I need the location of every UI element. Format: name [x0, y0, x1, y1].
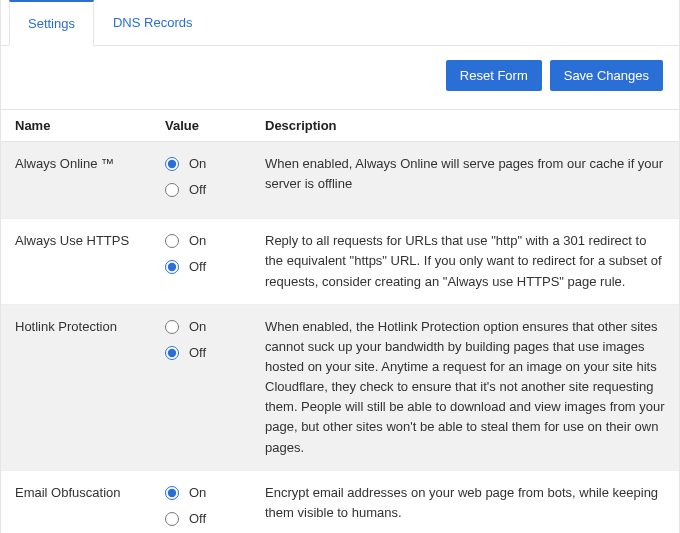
always-online-off-option[interactable]: Off: [165, 180, 237, 200]
setting-name: Always Use HTTPS: [1, 219, 151, 304]
settings-table: Name Value Description Always Online ™On…: [1, 109, 679, 533]
table-row: Hotlink ProtectionOnOffWhen enabled, the…: [1, 304, 679, 470]
setting-name: Email Obfuscation: [1, 470, 151, 533]
hotlink-protection-off-radio[interactable]: [165, 346, 179, 360]
setting-name: Hotlink Protection: [1, 304, 151, 470]
column-header-name: Name: [1, 110, 151, 142]
tab-settings[interactable]: Settings: [9, 0, 94, 46]
email-obfuscation-on-radio[interactable]: [165, 486, 179, 500]
setting-name: Always Online ™: [1, 142, 151, 219]
radio-label: On: [189, 317, 206, 337]
reset-form-button[interactable]: Reset Form: [446, 60, 542, 91]
setting-value: OnOff: [151, 219, 251, 304]
column-header-description: Description: [251, 110, 679, 142]
setting-description: When enabled, the Hotlink Protection opt…: [251, 304, 679, 470]
radio-label: On: [189, 483, 206, 503]
always-online-on-option[interactable]: On: [165, 154, 237, 174]
setting-description: When enabled, Always Online will serve p…: [251, 142, 679, 219]
radio-label: Off: [189, 180, 206, 200]
hotlink-protection-off-option[interactable]: Off: [165, 343, 237, 363]
table-row: Always Use HTTPSOnOffReply to all reques…: [1, 219, 679, 304]
always-online-on-radio[interactable]: [165, 157, 179, 171]
setting-value: OnOff: [151, 470, 251, 533]
email-obfuscation-off-radio[interactable]: [165, 512, 179, 526]
table-row: Email ObfuscationOnOffEncrypt email addr…: [1, 470, 679, 533]
tab-bar: Settings DNS Records: [1, 0, 679, 46]
always-use-https-off-option[interactable]: Off: [165, 257, 237, 277]
save-changes-button[interactable]: Save Changes: [550, 60, 663, 91]
column-header-value: Value: [151, 110, 251, 142]
radio-label: On: [189, 231, 206, 251]
always-online-off-radio[interactable]: [165, 183, 179, 197]
setting-value: OnOff: [151, 304, 251, 470]
settings-panel: Settings DNS Records Reset Form Save Cha…: [0, 0, 680, 533]
hotlink-protection-on-radio[interactable]: [165, 320, 179, 334]
radio-label: Off: [189, 343, 206, 363]
tab-dns-records[interactable]: DNS Records: [94, 0, 211, 45]
email-obfuscation-on-option[interactable]: On: [165, 483, 237, 503]
email-obfuscation-off-option[interactable]: Off: [165, 509, 237, 529]
table-row: Always Online ™OnOffWhen enabled, Always…: [1, 142, 679, 219]
radio-label: Off: [189, 509, 206, 529]
hotlink-protection-on-option[interactable]: On: [165, 317, 237, 337]
always-use-https-off-radio[interactable]: [165, 260, 179, 274]
setting-description: Reply to all requests for URLs that use …: [251, 219, 679, 304]
radio-label: On: [189, 154, 206, 174]
setting-value: OnOff: [151, 142, 251, 219]
always-use-https-on-radio[interactable]: [165, 234, 179, 248]
setting-description: Encrypt email addresses on your web page…: [251, 470, 679, 533]
form-actions: Reset Form Save Changes: [1, 46, 679, 109]
radio-label: Off: [189, 257, 206, 277]
always-use-https-on-option[interactable]: On: [165, 231, 237, 251]
